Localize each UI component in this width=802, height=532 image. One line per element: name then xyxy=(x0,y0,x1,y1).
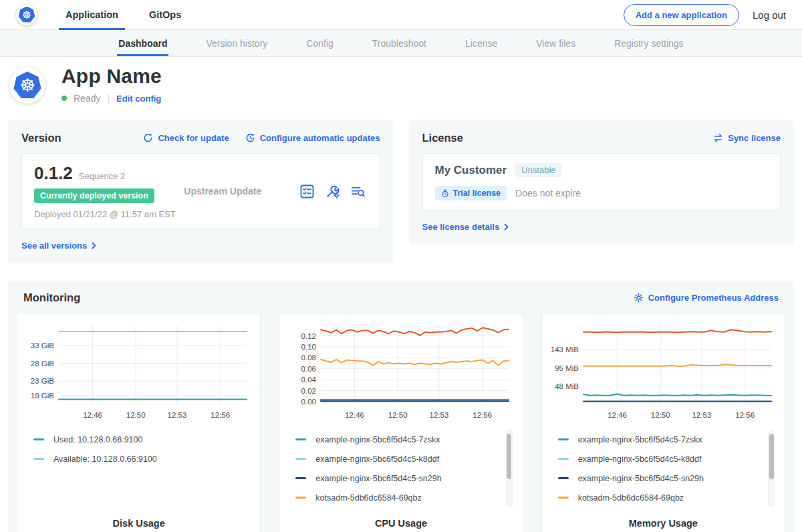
legend-swatch xyxy=(558,438,569,440)
tab-version-history[interactable]: Version history xyxy=(205,30,269,56)
add-application-button[interactable]: Add a new application xyxy=(624,4,739,26)
legend-scrollbar[interactable] xyxy=(768,430,775,507)
disk-usage-chart: 12:4612:5012:5312:5633 GiB28 GiB23 GiB19… xyxy=(25,320,252,422)
legend-item: example-nginx-5bc6f5d4c5-k8ddf xyxy=(558,449,777,469)
deployed-timestamp: Deployed 01/21/22 @ 11:57 am EST xyxy=(34,209,184,219)
legend-item: kotsadm-5db6dc6584-69qbz xyxy=(295,488,514,507)
svg-text:12:56: 12:56 xyxy=(735,411,755,419)
license-details-card: My Customer Unstable Trial license Does … xyxy=(422,153,781,211)
tab-registry-settings[interactable]: Registry settings xyxy=(613,30,684,56)
edit-config-link[interactable]: Edit config xyxy=(116,94,161,104)
chevron-right-icon xyxy=(504,223,509,231)
sync-license-link[interactable]: Sync license xyxy=(713,133,781,143)
configure-automatic-updates-link[interactable]: Configure automatic updates xyxy=(245,133,380,143)
legend-swatch xyxy=(295,458,306,460)
legend-item: kotsadm-5db6dc6584-69qbz xyxy=(558,488,777,507)
svg-text:12:53: 12:53 xyxy=(430,411,449,419)
memory-usage-card: 12:4612:5012:5312:56143 MiB95 MiB48 MiB … xyxy=(541,313,785,532)
chart-title: Disk Usage xyxy=(25,518,252,529)
status-label: Ready xyxy=(74,93,100,104)
monitoring-title: Monitoring xyxy=(23,291,80,304)
logout-link[interactable]: Log out xyxy=(753,9,786,21)
legend-swatch xyxy=(558,477,569,479)
sync-license-label: Sync license xyxy=(728,133,781,143)
tab-view-files[interactable]: View files xyxy=(535,30,577,56)
see-all-versions-label: See all versions xyxy=(21,241,87,251)
nav-tab-application[interactable]: Application xyxy=(59,0,125,29)
svg-text:12:56: 12:56 xyxy=(211,411,230,419)
svg-text:12:46: 12:46 xyxy=(83,411,102,419)
legend-item: example-nginx-5bc6f5d4c5-7zskx xyxy=(558,430,777,449)
nav-tab-gitops[interactable]: GitOps xyxy=(142,0,188,29)
legend-item: example-nginx-5bc6f5d4c5-k8ddf xyxy=(295,449,514,469)
legend-scrollbar[interactable] xyxy=(506,430,513,507)
legend-label: example-nginx-5bc6f5d4c5-k8ddf xyxy=(315,454,439,464)
gear-icon xyxy=(634,293,644,303)
cpu-usage-chart: 12:4612:5012:5312:560.120.100.080.060.04… xyxy=(287,320,514,422)
version-panel-title: Version xyxy=(21,132,61,144)
currently-deployed-badge: Currently deployed version xyxy=(34,188,154,203)
cpu-usage-card: 12:4612:5012:5312:560.120.100.080.060.04… xyxy=(279,313,523,532)
check-for-update-link[interactable]: Check for update xyxy=(143,133,229,143)
legend-swatch xyxy=(295,497,306,499)
legend-scrollbar-thumb[interactable] xyxy=(507,434,511,479)
legend-label: example-nginx-5bc6f5d4c5-7zskx xyxy=(578,435,702,444)
chart-title: CPU Usage xyxy=(287,518,514,529)
stopwatch-icon xyxy=(441,189,449,198)
version-panel: Version Check for update Configure autom… xyxy=(8,120,394,263)
cards-row: Version Check for update Configure autom… xyxy=(0,116,802,263)
kubernetes-wheel-icon: ☸ xyxy=(19,7,35,23)
monitoring-panel: Monitoring Configure Prometheus Address … xyxy=(8,281,794,532)
version-source-label: Upstream Update xyxy=(184,186,299,196)
config-tools-icon[interactable] xyxy=(325,184,340,198)
chevron-right-icon xyxy=(92,242,96,249)
sequence-label: Sequence 2 xyxy=(79,171,125,181)
svg-text:12:50: 12:50 xyxy=(388,411,408,419)
kubernetes-wheel-icon: ☸ xyxy=(13,72,41,100)
license-type-label: Trial license xyxy=(453,188,501,198)
kubernetes-logo[interactable]: ☸ xyxy=(16,0,37,29)
tab-config[interactable]: Config xyxy=(305,30,334,56)
tab-dashboard[interactable]: Dashboard xyxy=(117,30,168,56)
legend-item: example-nginx-5bc6f5d4c5-sn29h xyxy=(558,469,777,488)
legend-scrollbar-thumb[interactable] xyxy=(769,434,774,479)
legend-item: example-nginx-5bc6f5d4c5-sn29h xyxy=(295,469,514,488)
top-nav-right: Add a new application Log out xyxy=(624,0,786,29)
svg-text:12:50: 12:50 xyxy=(650,411,670,419)
configure-prometheus-label: Configure Prometheus Address xyxy=(648,293,779,303)
license-panel-title: License xyxy=(422,132,463,144)
sync-arrows-icon xyxy=(713,134,723,142)
legend-item: example-nginx-5bc6f5d4c5-7zskx xyxy=(295,430,514,449)
tab-license[interactable]: License xyxy=(464,30,499,56)
configure-prometheus-link[interactable]: Configure Prometheus Address xyxy=(634,293,779,303)
legend-swatch xyxy=(33,438,44,440)
tab-troubleshoot[interactable]: Troubleshoot xyxy=(371,30,428,56)
svg-text:19 GiB: 19 GiB xyxy=(31,392,54,400)
configure-automatic-updates-label: Configure automatic updates xyxy=(260,133,380,143)
svg-text:0.04: 0.04 xyxy=(301,376,317,384)
legend-label: example-nginx-5bc6f5d4c5-k8ddf xyxy=(578,454,702,464)
legend-swatch xyxy=(295,438,306,440)
preflight-checks-icon[interactable] xyxy=(300,184,314,198)
check-for-update-label: Check for update xyxy=(158,133,229,143)
nav-tab-gitops-label: GitOps xyxy=(149,9,181,20)
svg-text:12:53: 12:53 xyxy=(692,411,711,419)
svg-text:12:56: 12:56 xyxy=(473,411,493,419)
deploy-logs-icon[interactable] xyxy=(351,184,365,198)
legend-label: Available: 10.128.0.66:9100 xyxy=(53,454,157,464)
legend-swatch xyxy=(33,458,44,460)
divider: | xyxy=(107,93,110,104)
app-header: ☸ App Name Ready | Edit config xyxy=(0,57,802,116)
see-license-details-link[interactable]: See license details xyxy=(422,222,509,232)
legend-swatch xyxy=(295,477,306,479)
svg-text:0.02: 0.02 xyxy=(301,387,316,395)
nav-tab-application-label: Application xyxy=(65,9,118,20)
sub-nav: Dashboard Version history Config Trouble… xyxy=(0,30,802,57)
legend-swatch xyxy=(558,497,569,499)
see-all-versions-link[interactable]: See all versions xyxy=(21,241,96,251)
version-number: 0.1.2 xyxy=(34,163,73,184)
svg-text:12:50: 12:50 xyxy=(126,411,146,419)
svg-text:12:53: 12:53 xyxy=(168,411,187,419)
cpu-usage-legend: example-nginx-5bc6f5d4c5-7zskxexample-ng… xyxy=(287,430,514,509)
legend-item: Used: 10.128.0.66:9100 xyxy=(33,430,252,449)
